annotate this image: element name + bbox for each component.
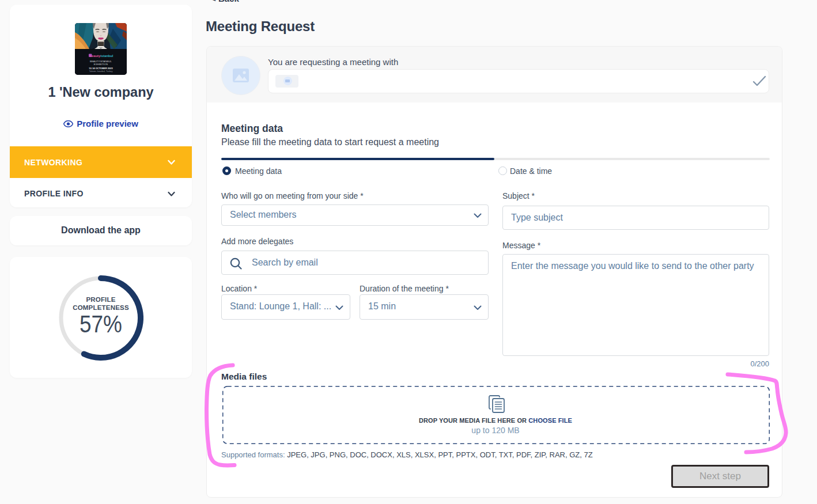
svg-text:beautyistanbul: beautyistanbul xyxy=(90,54,114,58)
svg-text:EXHIBITION: EXHIBITION xyxy=(94,63,108,66)
svg-text:Taksim, Istanbul, Turkey: Taksim, Istanbul, Turkey xyxy=(89,70,113,73)
svg-text:12-14 OCTOBER 2023: 12-14 OCTOBER 2023 xyxy=(89,67,113,70)
